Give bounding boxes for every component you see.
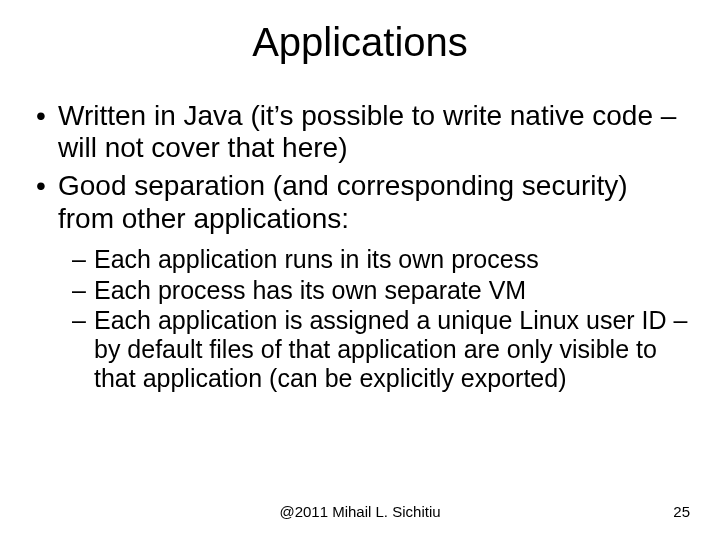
subbullet-item: Each application is assigned a unique Li… [72,306,688,392]
bullet-item: Written in Java (it’s possible to write … [32,100,688,164]
slide: Applications Written in Java (it’s possi… [0,20,720,540]
bullet-text: Written in Java (it’s possible to write … [58,100,676,163]
slide-title: Applications [0,20,720,65]
subbullet-item: Each process has its own separate VM [72,276,688,305]
subbullet-text: Each application runs in its own process [94,245,539,273]
bullet-text: Good separation (and corresponding secur… [58,170,628,233]
bullet-list-level1: Written in Java (it’s possible to write … [32,100,688,393]
subbullet-text: Each process has its own separate VM [94,276,526,304]
subbullet-item: Each application runs in its own process [72,245,688,274]
subbullet-text: Each application is assigned a unique Li… [94,306,687,392]
footer-copyright: @2011 Mihail L. Sichitiu [0,503,720,520]
slide-content: Written in Java (it’s possible to write … [0,100,720,393]
bullet-item: Good separation (and corresponding secur… [32,170,688,392]
bullet-list-level2: Each application runs in its own process… [72,245,688,393]
slide-number: 25 [673,503,690,520]
